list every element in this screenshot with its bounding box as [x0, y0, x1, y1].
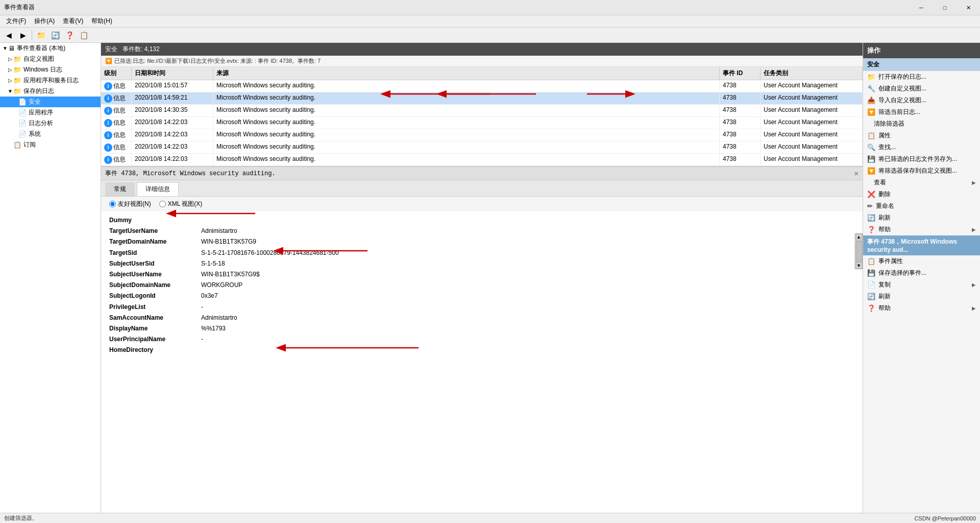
action-save-selected-event[interactable]: 💾 保存选择的事件...: [863, 267, 980, 279]
action-create-view[interactable]: 🔧 创建自定义视图...: [863, 83, 980, 94]
table-row[interactable]: i信息 2020/10/8 15:01:57 Microsoft Windows…: [101, 80, 863, 92]
table-row[interactable]: i信息 2020/10/8 14:59:21 Microsoft Windows…: [101, 92, 863, 105]
menu-file[interactable]: 文件(F): [2, 16, 30, 27]
scroll-thumb[interactable]: [855, 241, 863, 262]
table-row[interactable]: i信息 2020/10/8 14:30:35 Microsoft Windows…: [101, 105, 863, 117]
action-event-properties[interactable]: 📋 事件属性: [863, 255, 980, 267]
expand-icon: ▼: [7, 88, 13, 94]
action-help[interactable]: ❓ 帮助 ▶: [863, 224, 980, 235]
sidebar-item-root[interactable]: ▼ 🖥 事件查看器 (本地): [0, 43, 101, 54]
radio-xml[interactable]: XML 视图(X): [159, 200, 203, 208]
sidebar-item-security[interactable]: 📄 安全: [0, 97, 101, 107]
menu-view[interactable]: 查看(V): [59, 16, 87, 27]
action-delete[interactable]: ❌ 删除: [863, 188, 980, 200]
folder-icon: 📁: [13, 77, 21, 84]
detail-field-targetusername: TargetUserName Adnimistartro: [109, 226, 854, 236]
sidebar-item-windows-logs[interactable]: ▷ 📁 Windows 日志: [0, 64, 101, 75]
menu-help[interactable]: 帮助(H): [87, 16, 116, 27]
action-filter-log[interactable]: 🔽 筛选当前日志...: [863, 106, 980, 118]
action-properties[interactable]: 📋 属性: [863, 130, 980, 141]
detail-content: Dummy TargetUserName Adnimistartro Targe…: [101, 211, 863, 523]
cell-datetime: 2020/10/8 14:30:35: [132, 105, 213, 116]
table-row[interactable]: i信息 2020/10/8 14:22:03 Microsoft Windows…: [101, 117, 863, 129]
action-refresh[interactable]: 🔄 刷新: [863, 212, 980, 224]
col-category[interactable]: 任务类别: [761, 67, 863, 80]
cell-category: User Account Management: [761, 105, 863, 116]
action-open-saved-log[interactable]: 📁 打开保存的日志...: [863, 71, 980, 83]
action-save-filtered-log[interactable]: 💾 将已筛选的日志文件另存为...: [863, 153, 980, 165]
root-icon: 🖥: [8, 44, 15, 52]
action-label: 清除筛选器: [874, 120, 904, 128]
close-button[interactable]: ✕: [957, 0, 980, 15]
action-copy[interactable]: 📄 复制 ▶: [863, 279, 980, 291]
detail-field-privilegelist: PrivilegeList -: [109, 302, 854, 312]
tab-detail[interactable]: 详细信息: [137, 182, 179, 196]
expand-icon: [12, 121, 18, 126]
radio-friendly-input[interactable]: [109, 201, 116, 207]
action-label: 查看: [874, 178, 886, 187]
minimize-button[interactable]: ─: [910, 0, 933, 15]
action-import-view[interactable]: 📥 导入自定义视图...: [863, 94, 980, 106]
action-view[interactable]: 查看 ▶: [863, 177, 980, 188]
scroll-up-btn[interactable]: ▲: [855, 233, 863, 241]
action-find[interactable]: 🔍 查找...: [863, 141, 980, 153]
tab-general[interactable]: 常规: [105, 182, 135, 196]
sidebar-item-saved-logs[interactable]: ▼ 📁 保存的日志: [0, 86, 101, 97]
sidebar-item-app-service-logs[interactable]: ▷ 📁 应用程序和服务日志: [0, 75, 101, 86]
action-label: 创建自定义视图...: [878, 84, 926, 93]
col-level[interactable]: 级别: [101, 67, 132, 80]
cell-eventid: 4738: [720, 129, 761, 141]
detail-field-samaccountname: SamAccountName Adnimistartro: [109, 313, 854, 323]
sidebar-item-subscription[interactable]: 📋 订阅: [0, 139, 101, 150]
detail-scrollbar[interactable]: ▲ ▼: [854, 233, 863, 269]
table-header: 级别 日期和时间 来源 事件 ID 任务类别: [101, 67, 863, 80]
table-row[interactable]: i信息 2020/10/8 14:22:03 Microsoft Windows…: [101, 141, 863, 154]
toolbar-open[interactable]: 📁: [34, 29, 47, 41]
radio-xml-input[interactable]: [159, 201, 166, 207]
right-sidebar-header: 操作: [863, 43, 980, 58]
maximize-button[interactable]: □: [933, 0, 957, 15]
action-clear-filter[interactable]: 清除筛选器: [863, 118, 980, 130]
cell-datetime: 2020/10/8 14:59:21: [132, 92, 213, 104]
sidebar-item-custom-views[interactable]: ▷ 📁 自定义视图: [0, 54, 101, 64]
col-datetime[interactable]: 日期和时间: [132, 67, 213, 80]
toolbar-back[interactable]: ◀: [2, 29, 15, 41]
radio-friendly[interactable]: 友好视图(N): [109, 200, 151, 208]
refresh-icon: 🔄: [867, 293, 875, 300]
table-row[interactable]: i信息 2020/10/8 14:22:03 Microsoft Windows…: [101, 154, 863, 166]
properties-icon: 📋: [867, 257, 875, 265]
toolbar-forward[interactable]: ▶: [16, 29, 30, 41]
detail-field-targetdomainname: TargetDomainName WIN-B1B1T3K57G9: [109, 237, 854, 247]
col-source[interactable]: 来源: [213, 67, 720, 80]
help-icon: ❓: [867, 304, 875, 312]
table-row[interactable]: i信息 2020/10/8 14:22:03 Microsoft Windows…: [101, 129, 863, 141]
cell-eventid: 4738: [720, 154, 761, 165]
action-refresh2[interactable]: 🔄 刷新: [863, 291, 980, 302]
cell-category: User Account Management: [761, 117, 863, 129]
title-bar-controls: ─ □ ✕: [910, 0, 980, 15]
detail-close-button[interactable]: ✕: [854, 169, 859, 178]
rename-icon: ✏: [867, 202, 873, 210]
action-rename[interactable]: ✏ 重命名: [863, 200, 980, 212]
toolbar-refresh[interactable]: 🔄: [48, 29, 62, 41]
action-label: 删除: [878, 190, 891, 199]
sidebar-item-system[interactable]: 📄 系统: [0, 129, 101, 139]
log-icon: 📄: [18, 98, 27, 106]
create-icon: 🔧: [867, 85, 875, 92]
col-eventid[interactable]: 事件 ID: [720, 67, 761, 80]
menu-action[interactable]: 操作(A): [30, 16, 59, 27]
toolbar-help[interactable]: ❓: [63, 29, 76, 41]
detail-field-targetsid: TargetSid S-1-5-21-17081676-1000286879-1…: [109, 248, 854, 258]
sidebar-item-application[interactable]: 📄 应用程序: [0, 107, 101, 118]
action-save-filter-view[interactable]: 🔽 将筛选器保存到自定义视图...: [863, 165, 980, 177]
view-icon: [867, 179, 871, 186]
info-icon: i: [104, 94, 112, 103]
sidebar-item-log-analysis[interactable]: 📄 日志分析: [0, 118, 101, 129]
scroll-down-btn[interactable]: ▼: [855, 262, 863, 269]
toolbar-properties[interactable]: 📋: [77, 29, 90, 41]
action-help2[interactable]: ❓ 帮助 ▶: [863, 302, 980, 314]
cell-datetime: 2020/10/8 15:01:57: [132, 80, 213, 92]
info-icon: i: [104, 156, 112, 164]
cell-source: Microsoft Windows security auditing.: [213, 105, 720, 116]
menu-bar: 文件(F) 操作(A) 查看(V) 帮助(H): [0, 15, 980, 28]
